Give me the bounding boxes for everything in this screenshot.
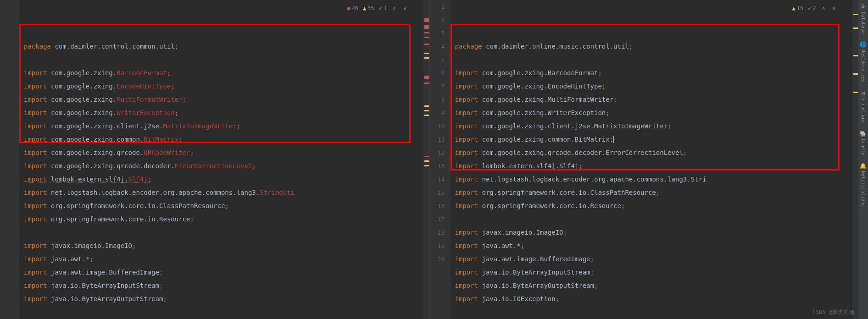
gutter-line: 6 — [429, 66, 445, 80]
stripe-error[interactable] — [424, 25, 429, 29]
nav-up-icon[interactable]: ∧ — [821, 2, 827, 15]
gutter-line: 12 — [429, 146, 445, 160]
warning-badge[interactable]: ▲15 — [792, 2, 804, 15]
right-code-content[interactable]: package com.daimler.online.music.control… — [451, 0, 858, 319]
stripe-warn[interactable] — [853, 73, 858, 75]
structure-icon: ▤ — [862, 90, 865, 96]
left-editor-pane: package com.daimler.control.common.util;… — [0, 0, 429, 319]
nav-down-icon[interactable]: ∨ — [831, 2, 837, 15]
stripe-error[interactable] — [424, 82, 429, 84]
right-editor-pane: 1234567891011121314151617181920 package … — [429, 0, 858, 319]
warning-icon: ▲ — [363, 2, 366, 15]
gutter-line — [0, 120, 14, 133]
tool-gradle[interactable]: 🐘Gradle — [859, 127, 868, 159]
gutter-line — [0, 160, 14, 173]
gutter-line — [0, 253, 14, 266]
right-code-area[interactable]: 1234567891011121314151617181920 package … — [429, 0, 858, 319]
gutter-line — [0, 106, 14, 120]
bell-icon: 🔔 — [860, 163, 867, 169]
stripe-warn[interactable] — [853, 28, 858, 29]
stripe-warn[interactable] — [424, 160, 429, 162]
check-icon: ✔ — [808, 2, 811, 15]
stripe-error[interactable] — [424, 156, 429, 157]
gutter-line — [0, 199, 14, 213]
gutter-line — [0, 226, 14, 239]
gutter-line: 8 — [429, 93, 445, 106]
gutter-line: 3 — [429, 27, 445, 40]
gutter-line: 10 — [429, 120, 445, 133]
gutter-line — [0, 186, 14, 199]
gutter-line: 11 — [429, 133, 445, 146]
gutter-line: 20 — [429, 253, 445, 266]
nav-down-icon[interactable]: ∨ — [402, 2, 408, 15]
gutter-line — [0, 133, 14, 146]
stripe-warn[interactable] — [424, 105, 429, 107]
gutter-line — [0, 80, 14, 93]
stripe-warn[interactable] — [424, 53, 429, 54]
tool-rest[interactable]: 🌐RestServices — [859, 38, 868, 86]
error-icon: ● — [347, 2, 350, 15]
inspections-left[interactable]: ●46 ▲35 ✔1 ∧ ∨ — [347, 2, 407, 15]
gutter-line: 7 — [429, 80, 445, 93]
left-gutter — [0, 0, 19, 319]
tool-structure[interactable]: ▤Structure — [860, 86, 867, 126]
gutter-line — [0, 146, 14, 160]
globe-icon: 🌐 — [860, 41, 867, 48]
gutter-line — [0, 27, 14, 40]
gutter-line — [0, 13, 14, 27]
inspections-right[interactable]: ▲15 ✔2 ∧ ∨ — [792, 2, 837, 15]
stripe-warn[interactable] — [853, 92, 858, 93]
gutter-line: 19 — [429, 239, 445, 253]
stripe-warn[interactable] — [424, 115, 429, 116]
gutter-line: 1 — [429, 0, 445, 13]
gutter-line: 14 — [429, 173, 445, 186]
tool-database[interactable]: 🗄Database — [860, 0, 867, 38]
check-icon: ✔ — [379, 2, 382, 15]
gutter-line — [0, 66, 14, 80]
check-badge[interactable]: ✔2 — [808, 2, 816, 15]
gutter-line — [0, 0, 14, 13]
right-tool-strip: 🗄Database 🌐RestServices ▤Structure 🐘Grad… — [858, 0, 868, 319]
gutter-line: 15 — [429, 186, 445, 199]
stripe-warn[interactable] — [424, 57, 429, 59]
stripe-warn[interactable] — [424, 165, 429, 166]
check-badge[interactable]: ✔1 — [379, 2, 387, 15]
gutter-line: 2 — [429, 13, 445, 27]
right-gutter: 1234567891011121314151617181920 — [429, 0, 451, 319]
stripe-error[interactable] — [424, 37, 429, 38]
database-icon: 🗄 — [861, 4, 866, 10]
gutter-line: 16 — [429, 199, 445, 213]
gutter-line — [0, 239, 14, 253]
gutter-line — [0, 213, 14, 226]
stripe-warn[interactable] — [853, 55, 858, 56]
gutter-line — [0, 173, 14, 186]
stripe-error[interactable] — [424, 76, 429, 79]
stripe-error[interactable] — [424, 44, 429, 45]
left-code-area[interactable]: package com.daimler.control.common.util;… — [0, 0, 429, 319]
gutter-line: 5 — [429, 53, 445, 66]
gutter-line — [0, 40, 14, 53]
gutter-line: 17 — [429, 213, 445, 226]
gutter-line: 13 — [429, 160, 445, 173]
error-badge[interactable]: ●46 — [347, 2, 358, 15]
gradle-icon: 🐘 — [860, 131, 867, 137]
stripe-error[interactable] — [424, 18, 429, 22]
gutter-line — [0, 93, 14, 106]
gutter-line: 4 — [429, 40, 445, 53]
stripe-warn[interactable] — [424, 110, 429, 111]
error-stripe-left[interactable] — [423, 0, 429, 319]
gutter-line: 18 — [429, 226, 445, 239]
gutter-line: 9 — [429, 106, 445, 120]
watermark: CSDN @飘走的烟 — [812, 308, 854, 316]
left-code-content[interactable]: package com.daimler.control.common.util;… — [19, 0, 429, 319]
stripe-warn[interactable] — [853, 14, 858, 15]
gutter-line — [0, 53, 14, 66]
error-stripe-right[interactable] — [852, 0, 858, 319]
stripe-error[interactable] — [424, 32, 429, 33]
warning-badge[interactable]: ▲35 — [363, 2, 374, 15]
warning-icon: ▲ — [792, 2, 796, 15]
nav-up-icon[interactable]: ∧ — [391, 2, 397, 15]
tool-notifications[interactable]: 🔔Notifications — [859, 159, 868, 210]
